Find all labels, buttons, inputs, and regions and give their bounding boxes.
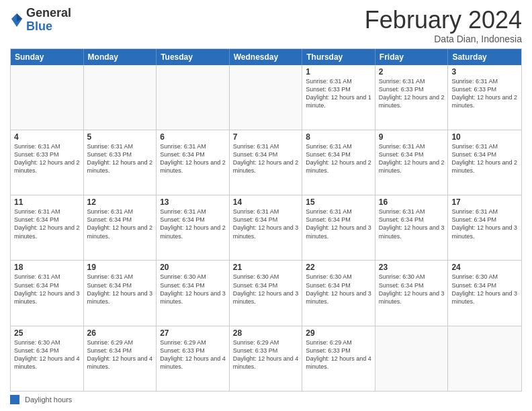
day-number: 20 <box>160 263 226 272</box>
day-number: 24 <box>451 263 518 272</box>
day-header-monday: Monday <box>84 49 157 65</box>
day-cell: 28Sunrise: 6:29 AM Sunset: 6:33 PM Dayli… <box>230 326 303 391</box>
day-info: Sunrise: 6:31 AM Sunset: 6:33 PM Dayligh… <box>14 142 80 175</box>
logo-general: General <box>26 7 71 20</box>
day-cell: 22Sunrise: 6:30 AM Sunset: 6:34 PM Dayli… <box>302 261 375 325</box>
day-cell <box>11 65 84 130</box>
day-info: Sunrise: 6:30 AM Sunset: 6:34 PM Dayligh… <box>233 273 299 306</box>
day-header-friday: Friday <box>375 49 449 65</box>
title-area: February 2024 Data Dian, Indonesia <box>365 7 522 44</box>
week-row-2: 4Sunrise: 6:31 AM Sunset: 6:33 PM Daylig… <box>11 130 521 195</box>
day-number: 11 <box>14 197 80 207</box>
calendar: SundayMondayTuesdayWednesdayThursdayFrid… <box>10 48 522 392</box>
day-info: Sunrise: 6:31 AM Sunset: 6:34 PM Dayligh… <box>451 142 518 175</box>
day-number: 17 <box>451 197 518 207</box>
day-cell: 18Sunrise: 6:31 AM Sunset: 6:34 PM Dayli… <box>11 261 84 325</box>
day-info: Sunrise: 6:31 AM Sunset: 6:34 PM Dayligh… <box>379 142 445 175</box>
day-header-saturday: Saturday <box>448 49 521 65</box>
day-cell: 6Sunrise: 6:31 AM Sunset: 6:34 PM Daylig… <box>157 130 230 195</box>
day-info: Sunrise: 6:31 AM Sunset: 6:34 PM Dayligh… <box>306 142 371 175</box>
day-header-sunday: Sunday <box>11 49 84 65</box>
day-info: Sunrise: 6:31 AM Sunset: 6:34 PM Dayligh… <box>14 208 80 240</box>
week-row-1: 1Sunrise: 6:31 AM Sunset: 6:33 PM Daylig… <box>11 65 521 130</box>
day-info: Sunrise: 6:30 AM Sunset: 6:34 PM Dayligh… <box>306 273 371 306</box>
day-info: Sunrise: 6:31 AM Sunset: 6:34 PM Dayligh… <box>451 208 518 240</box>
day-cell: 11Sunrise: 6:31 AM Sunset: 6:34 PM Dayli… <box>11 195 84 260</box>
day-info: Sunrise: 6:29 AM Sunset: 6:33 PM Dayligh… <box>306 338 371 371</box>
header: General Blue February 2024 Data Dian, In… <box>10 7 522 44</box>
day-info: Sunrise: 6:29 AM Sunset: 6:34 PM Dayligh… <box>87 338 153 371</box>
month-title: February 2024 <box>365 7 522 34</box>
page: General Blue February 2024 Data Dian, In… <box>0 0 532 411</box>
day-cell: 16Sunrise: 6:31 AM Sunset: 6:34 PM Dayli… <box>375 195 449 260</box>
day-info: Sunrise: 6:31 AM Sunset: 6:33 PM Dayligh… <box>379 77 445 110</box>
day-info: Sunrise: 6:29 AM Sunset: 6:33 PM Dayligh… <box>233 338 299 371</box>
day-number: 7 <box>233 132 299 142</box>
logo-blue: Blue <box>26 20 71 34</box>
day-info: Sunrise: 6:31 AM Sunset: 6:34 PM Dayligh… <box>233 142 299 175</box>
day-header-thursday: Thursday <box>302 49 375 65</box>
day-cell: 2Sunrise: 6:31 AM Sunset: 6:33 PM Daylig… <box>375 65 449 130</box>
day-cell: 27Sunrise: 6:29 AM Sunset: 6:33 PM Dayli… <box>157 326 230 391</box>
calendar-body: 1Sunrise: 6:31 AM Sunset: 6:33 PM Daylig… <box>11 65 521 391</box>
day-info: Sunrise: 6:31 AM Sunset: 6:33 PM Dayligh… <box>306 77 371 110</box>
day-cell <box>448 326 521 391</box>
day-cell: 21Sunrise: 6:30 AM Sunset: 6:34 PM Dayli… <box>230 261 303 325</box>
day-cell: 12Sunrise: 6:31 AM Sunset: 6:34 PM Dayli… <box>84 195 157 260</box>
location-subtitle: Data Dian, Indonesia <box>365 34 522 44</box>
day-number: 25 <box>14 328 80 338</box>
day-info: Sunrise: 6:31 AM Sunset: 6:34 PM Dayligh… <box>87 208 153 240</box>
day-info: Sunrise: 6:30 AM Sunset: 6:34 PM Dayligh… <box>160 273 226 306</box>
day-cell: 3Sunrise: 6:31 AM Sunset: 6:33 PM Daylig… <box>448 65 521 130</box>
day-cell: 25Sunrise: 6:30 AM Sunset: 6:34 PM Dayli… <box>11 326 84 391</box>
day-number: 29 <box>306 328 371 338</box>
day-number: 28 <box>233 328 299 338</box>
legend-box <box>10 395 19 404</box>
day-number: 2 <box>379 67 445 77</box>
day-info: Sunrise: 6:30 AM Sunset: 6:34 PM Dayligh… <box>379 273 445 306</box>
day-number: 27 <box>160 328 226 338</box>
day-cell: 1Sunrise: 6:31 AM Sunset: 6:33 PM Daylig… <box>302 65 375 130</box>
logo-text: General Blue <box>26 7 71 34</box>
day-number: 26 <box>87 328 153 338</box>
day-info: Sunrise: 6:31 AM Sunset: 6:34 PM Dayligh… <box>14 273 80 306</box>
day-info: Sunrise: 6:31 AM Sunset: 6:34 PM Dayligh… <box>233 208 299 240</box>
day-cell: 17Sunrise: 6:31 AM Sunset: 6:34 PM Dayli… <box>448 195 521 260</box>
day-cell: 20Sunrise: 6:30 AM Sunset: 6:34 PM Dayli… <box>157 261 230 325</box>
day-cell: 19Sunrise: 6:31 AM Sunset: 6:34 PM Dayli… <box>84 261 157 325</box>
day-cell: 8Sunrise: 6:31 AM Sunset: 6:34 PM Daylig… <box>302 130 375 195</box>
day-info: Sunrise: 6:29 AM Sunset: 6:33 PM Dayligh… <box>160 338 226 371</box>
day-number: 1 <box>306 67 371 77</box>
day-number: 19 <box>87 263 153 272</box>
day-cell: 29Sunrise: 6:29 AM Sunset: 6:33 PM Dayli… <box>302 326 375 391</box>
day-headers: SundayMondayTuesdayWednesdayThursdayFrid… <box>11 49 521 65</box>
day-cell: 13Sunrise: 6:31 AM Sunset: 6:34 PM Dayli… <box>157 195 230 260</box>
day-number: 15 <box>306 197 371 207</box>
day-info: Sunrise: 6:30 AM Sunset: 6:34 PM Dayligh… <box>451 273 518 306</box>
day-number: 12 <box>87 197 153 207</box>
day-cell: 26Sunrise: 6:29 AM Sunset: 6:34 PM Dayli… <box>84 326 157 391</box>
day-cell: 10Sunrise: 6:31 AM Sunset: 6:34 PM Dayli… <box>448 130 521 195</box>
day-header-wednesday: Wednesday <box>230 49 303 65</box>
day-number: 3 <box>451 67 518 77</box>
logo: General Blue <box>10 7 71 34</box>
day-cell: 15Sunrise: 6:31 AM Sunset: 6:34 PM Dayli… <box>302 195 375 260</box>
day-number: 8 <box>306 132 371 142</box>
day-number: 16 <box>379 197 445 207</box>
day-cell: 24Sunrise: 6:30 AM Sunset: 6:34 PM Dayli… <box>448 261 521 325</box>
day-cell: 14Sunrise: 6:31 AM Sunset: 6:34 PM Dayli… <box>230 195 303 260</box>
day-number: 4 <box>14 132 80 142</box>
day-cell <box>230 65 303 130</box>
legend-label: Daylight hours <box>25 396 72 404</box>
day-cell <box>157 65 230 130</box>
day-number: 9 <box>379 132 445 142</box>
day-info: Sunrise: 6:31 AM Sunset: 6:34 PM Dayligh… <box>379 208 445 240</box>
day-info: Sunrise: 6:31 AM Sunset: 6:34 PM Dayligh… <box>160 208 226 240</box>
day-cell <box>84 65 157 130</box>
day-number: 18 <box>14 263 80 272</box>
day-cell: 4Sunrise: 6:31 AM Sunset: 6:33 PM Daylig… <box>11 130 84 195</box>
day-number: 21 <box>233 263 299 272</box>
day-cell <box>375 326 449 391</box>
day-cell: 5Sunrise: 6:31 AM Sunset: 6:33 PM Daylig… <box>84 130 157 195</box>
logo-icon <box>10 12 24 28</box>
